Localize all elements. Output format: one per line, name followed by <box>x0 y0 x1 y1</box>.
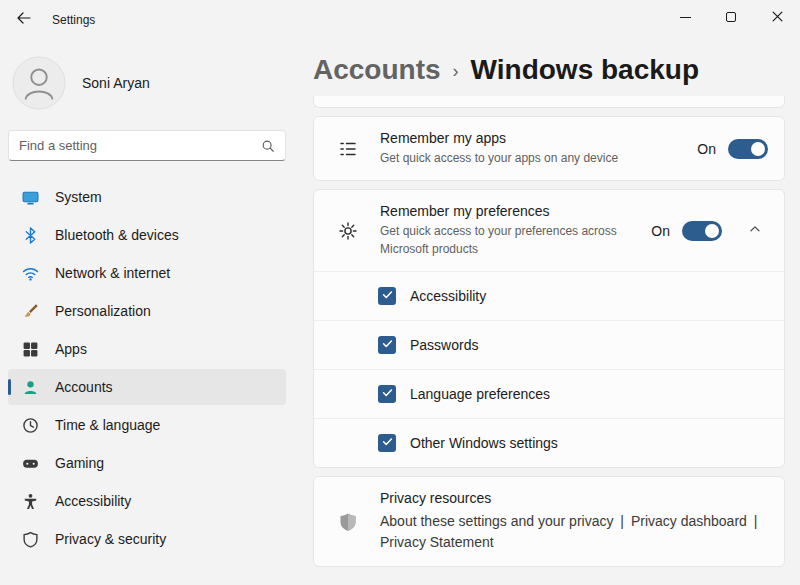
option-label: Accessibility <box>410 288 486 304</box>
accessibility-checkbox[interactable] <box>378 287 396 305</box>
page-title: Windows backup <box>471 54 699 86</box>
other-windows-settings-checkbox[interactable] <box>378 434 396 452</box>
privacy-intro-text: About these settings and your privacy <box>380 513 613 529</box>
privacy-dashboard-link[interactable]: Privacy dashboard <box>631 513 747 529</box>
setting-subtitle: Get quick access to your preferences acr… <box>380 223 651 258</box>
checkmark-icon <box>381 336 394 354</box>
game-controller-icon <box>22 455 39 472</box>
settings-list: Remember my apps Get quick access to you… <box>313 96 785 567</box>
sidebar-item-label: Personalization <box>55 303 151 319</box>
back-arrow-icon <box>16 10 32 30</box>
toggle-knob <box>751 142 765 156</box>
search-box[interactable] <box>8 130 286 161</box>
sidebar-item-apps[interactable]: Apps <box>8 331 286 367</box>
passwords-checkbox[interactable] <box>378 336 396 354</box>
shield-icon <box>22 531 39 548</box>
chevron-up-icon <box>748 222 762 240</box>
remember-my-apps-row: Remember my apps Get quick access to you… <box>314 117 784 180</box>
privacy-resources-card: Privacy resources About these settings a… <box>313 476 785 567</box>
sidebar-item-system[interactable]: System <box>8 179 286 215</box>
breadcrumb-accounts[interactable]: Accounts <box>313 54 441 86</box>
toggle-knob <box>705 224 719 238</box>
accessibility-person-icon <box>22 493 39 510</box>
option-row-language-preferences: Language preferences <box>314 369 784 418</box>
bluetooth-icon <box>22 227 39 244</box>
remember-my-preferences-row: Remember my preferences Get quick access… <box>314 190 784 271</box>
privacy-resources-row: Privacy resources About these settings a… <box>314 477 784 566</box>
sidebar-item-label: Accounts <box>55 379 113 395</box>
setting-title: Remember my preferences <box>380 203 651 219</box>
sidebar-item-accounts[interactable]: Accounts <box>8 369 286 405</box>
setting-title: Remember my apps <box>380 130 697 146</box>
previous-card-partial <box>313 96 785 108</box>
remember-preferences-toggle[interactable] <box>682 221 722 241</box>
search-icon[interactable] <box>261 139 275 153</box>
close-button[interactable] <box>754 0 800 34</box>
maximize-icon <box>726 12 736 22</box>
sidebar-item-gaming[interactable]: Gaming <box>8 445 286 481</box>
privacy-shield-icon <box>338 512 358 532</box>
sidebar-item-personalization[interactable]: Personalization <box>8 293 286 329</box>
privacy-statement-link[interactable]: Privacy Statement <box>380 534 494 550</box>
toggle-state-label: On <box>651 223 670 239</box>
maximize-button[interactable] <box>708 0 754 34</box>
sidebar-item-network-internet[interactable]: Network & internet <box>8 255 286 291</box>
checkmark-icon <box>381 434 394 452</box>
option-label: Language preferences <box>410 386 550 402</box>
main-content: Accounts › Windows backup Remember my ap… <box>313 40 785 575</box>
option-label: Passwords <box>410 337 478 353</box>
titlebar: Settings <box>0 0 800 40</box>
remember-my-preferences-card: Remember my preferences Get quick access… <box>313 189 785 468</box>
gear-icon <box>338 221 358 241</box>
separator: | <box>751 513 761 529</box>
option-label: Other Windows settings <box>410 435 558 451</box>
avatar <box>12 56 66 110</box>
sidebar-item-label: Accessibility <box>55 493 131 509</box>
remember-my-apps-card: Remember my apps Get quick access to you… <box>313 116 785 181</box>
option-row-passwords: Passwords <box>314 320 784 369</box>
sidebar-nav: System Bluetooth & devices Network & int… <box>8 179 286 557</box>
separator: | <box>617 513 627 529</box>
setting-subtitle: Get quick access to your apps on any dev… <box>380 150 652 167</box>
privacy-resources-title: Privacy resources <box>380 490 768 506</box>
user-account-row[interactable]: Soni Aryan <box>8 50 286 116</box>
sidebar-item-label: System <box>55 189 102 205</box>
option-row-other-windows-settings: Other Windows settings <box>314 418 784 467</box>
sidebar-item-accessibility[interactable]: Accessibility <box>8 483 286 519</box>
clock-icon <box>22 417 39 434</box>
sidebar-item-label: Gaming <box>55 455 104 471</box>
sidebar: Soni Aryan System Bluetooth & devices Ne… <box>0 42 300 559</box>
sidebar-item-time-language[interactable]: Time & language <box>8 407 286 443</box>
sidebar-item-label: Network & internet <box>55 265 170 281</box>
apps-icon <box>22 341 39 358</box>
language-preferences-checkbox[interactable] <box>378 385 396 403</box>
option-row-accessibility: Accessibility <box>314 271 784 320</box>
wifi-icon <box>22 265 39 282</box>
app-list-icon <box>338 139 358 159</box>
minimize-icon <box>680 17 691 18</box>
close-icon <box>772 8 783 26</box>
checkmark-icon <box>381 385 394 403</box>
app-title: Settings <box>52 13 95 27</box>
minimize-button[interactable] <box>662 0 708 34</box>
paintbrush-icon <box>22 303 39 320</box>
checkmark-icon <box>381 287 394 305</box>
window-controls <box>662 0 800 34</box>
toggle-state-label: On <box>697 141 716 157</box>
sidebar-item-label: Bluetooth & devices <box>55 227 179 243</box>
sidebar-item-privacy-security[interactable]: Privacy & security <box>8 521 286 557</box>
sidebar-item-bluetooth-devices[interactable]: Bluetooth & devices <box>8 217 286 253</box>
chevron-right-icon: › <box>453 58 459 82</box>
sidebar-item-label: Time & language <box>55 417 160 433</box>
search-input[interactable] <box>19 138 261 153</box>
sidebar-item-label: Privacy & security <box>55 531 166 547</box>
sidebar-item-label: Apps <box>55 341 87 357</box>
accounts-person-icon <box>22 379 39 396</box>
privacy-resources-links: About these settings and your privacy | … <box>380 511 768 553</box>
breadcrumb: Accounts › Windows backup <box>313 54 785 86</box>
remember-apps-toggle[interactable] <box>728 139 768 159</box>
system-icon <box>22 189 39 206</box>
user-name: Soni Aryan <box>82 75 150 91</box>
back-button[interactable] <box>8 6 40 34</box>
collapse-button[interactable] <box>742 218 768 244</box>
